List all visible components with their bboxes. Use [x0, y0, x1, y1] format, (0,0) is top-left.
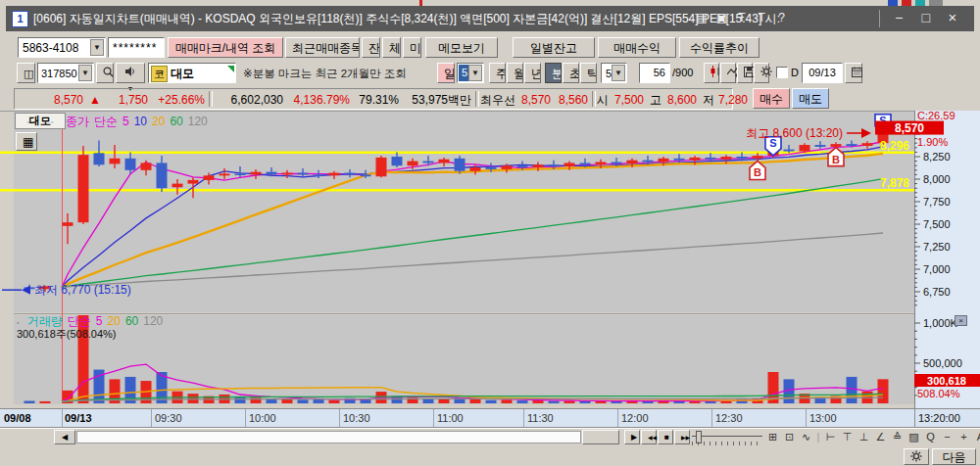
volume-bar — [564, 400, 575, 403]
day-count-select[interactable]: 5 ▼ — [457, 63, 484, 83]
trade-mark-query-button[interactable]: 매매마크/내역 조회 — [168, 37, 283, 58]
zoom-out-icon[interactable]: − — [939, 430, 956, 444]
replay-rewind-button[interactable]: ◀◀ — [641, 430, 657, 444]
font-size-icon[interactable]: A — [972, 430, 980, 444]
volume-bar — [502, 399, 513, 403]
auto-scale-icon[interactable]: ≙ — [889, 430, 906, 444]
trendline-tool-icon[interactable]: ∠ — [872, 430, 889, 444]
replay-stop-button[interactable]: ■ — [658, 430, 673, 444]
candle-body — [486, 167, 497, 169]
add-candle-button[interactable] — [704, 63, 719, 83]
window-number-icon: 1 — [12, 11, 28, 27]
search-button[interactable] — [96, 63, 114, 83]
settings-button[interactable] — [904, 448, 929, 465]
candle-body — [737, 157, 748, 159]
zoom-in-icon[interactable]: + — [956, 430, 972, 444]
scale-left-icon[interactable]: ⊢ — [822, 430, 839, 444]
trade-profit-button[interactable]: 매매수익 — [598, 37, 676, 58]
bar-count-input[interactable]: 56 — [639, 63, 670, 83]
chart-copy-icon[interactable]: ⊞ — [764, 430, 781, 444]
candle-body — [612, 163, 622, 164]
candle-body — [533, 164, 544, 167]
titlebar-divider — [879, 10, 880, 27]
close-button[interactable]: × — [941, 9, 964, 25]
period-tick-button[interactable]: 틱 — [580, 63, 597, 83]
day-count-dropdown-button[interactable]: ▼ — [468, 65, 482, 81]
zoom-icon[interactable]: Q — [922, 430, 939, 444]
minimize-button[interactable]: − — [887, 10, 910, 25]
add-line-button[interactable] — [720, 63, 736, 83]
next-button[interactable]: 다음 — [932, 448, 976, 465]
stock-code-select[interactable]: 317850 ▼ — [37, 63, 94, 83]
recent-trades-button[interactable]: 최근매매종목 — [285, 37, 360, 58]
dock-icon[interactable]: ▤ — [694, 11, 710, 24]
replay-play-button[interactable]: ▶ — [624, 430, 640, 444]
pane-tab[interactable]: ▫대모▫ — [15, 113, 66, 129]
candle-body — [470, 167, 481, 171]
d-checkbox-label: D — [791, 67, 799, 78]
period-week-button[interactable]: 주 — [489, 63, 506, 83]
candle-body — [690, 158, 701, 161]
text-tool-icon[interactable]: T — [754, 11, 770, 24]
unexecuted-button[interactable]: 미 — [403, 37, 421, 58]
titlebar[interactable]: 1 [0606] 자동일지차트(매매내역) - KOSDAQ 외국인보유[118… — [6, 6, 974, 31]
save-chart-button[interactable] — [737, 63, 753, 83]
search-icon — [103, 67, 114, 77]
password-field[interactable]: ******** — [108, 37, 165, 58]
chart-settings-button[interactable] — [754, 63, 769, 83]
date-input[interactable]: 09/13 — [802, 63, 843, 83]
d-checkbox[interactable] — [776, 67, 788, 78]
chart-scrollbar-track[interactable] — [76, 431, 581, 443]
replay-speed-slider[interactable] — [692, 430, 762, 445]
chart-overlap-icon[interactable]: ⊡ — [781, 430, 798, 444]
stock-name-field[interactable]: 코 대모 — [148, 63, 236, 83]
price-axis-tick: 7,500 — [923, 218, 951, 230]
executed-button[interactable]: 체 — [382, 37, 401, 58]
calendar-button[interactable] — [845, 63, 862, 83]
pane-tab-label: 대모 — [29, 115, 51, 126]
chart-area[interactable]: BSBS최고 8,600 (13:20)최저 6,770 (15:15)8,29… — [0, 111, 980, 466]
volume-bar — [329, 400, 340, 403]
period-minute-button[interactable]: 분 — [545, 63, 562, 83]
memo-view-button[interactable]: 메모보기 — [425, 37, 498, 58]
outstanding-button[interactable]: 잔 — [362, 37, 380, 58]
grid-settings-button[interactable]: ▦ — [16, 132, 37, 151]
candle-body — [408, 162, 418, 166]
candle-body — [502, 165, 513, 169]
minute-unit-select[interactable]: 5 ▼ — [601, 63, 627, 83]
scale-fit-bottom-icon[interactable]: ⊥ — [856, 430, 872, 444]
panel-toggle-button[interactable]: ◫ — [17, 63, 35, 83]
time-axis-label: 10:30 — [343, 412, 370, 424]
account-dropdown-button[interactable]: ▼ — [90, 39, 104, 56]
chart-image-icon[interactable]: ▨ — [906, 430, 922, 444]
minute-unit-dropdown-button[interactable]: ▼ — [612, 65, 625, 81]
maximize-button[interactable]: □ — [914, 10, 938, 25]
daily-balance-button[interactable]: 일별잔고 — [513, 37, 595, 58]
quote-panel: 8,570 ▲ 1,750 +25.66% 6,602,030 4,136.79… — [14, 88, 733, 110]
chart-scrollbar-thumb[interactable] — [582, 430, 619, 444]
period-day-button[interactable]: 일 — [437, 63, 455, 83]
period-month-button[interactable]: 월 — [507, 63, 523, 83]
sound-alert-button[interactable]: ▼ — [116, 63, 145, 83]
help-icon[interactable]: ? — [773, 11, 790, 24]
sell-button[interactable]: 매도 — [792, 88, 829, 109]
axis-overlay-top: C:26.59 — [917, 111, 956, 121]
account-select[interactable]: 5863-4108 ▼ — [18, 37, 106, 58]
divider — [592, 91, 596, 107]
stock-code-dropdown-button[interactable]: ▼ — [78, 65, 92, 81]
lock-icon[interactable]: Ŧ — [733, 11, 750, 24]
scroll-left-button[interactable]: ◀ — [54, 430, 75, 444]
period-second-button[interactable]: 초 — [563, 63, 579, 83]
cascade-icon[interactable]: ▣ — [713, 11, 730, 24]
candle-body — [204, 175, 215, 180]
pattern-search-icon[interactable]: ∿ — [798, 430, 814, 444]
yield-trend-button[interactable]: 수익률추이 — [679, 37, 760, 58]
period-year-button[interactable]: 년 — [524, 63, 541, 83]
account-toolbar: 5863-4108 ▼ ******** 매매마크/내역 조회 최근매매종목 잔… — [6, 31, 974, 59]
volume-pane-close-button[interactable]: × — [955, 315, 967, 326]
replay-forward-button[interactable]: ▶▶ — [674, 430, 690, 444]
volume-axis-tick: 500,000 — [923, 357, 962, 369]
buy-button[interactable]: 매수 — [753, 88, 790, 109]
candle-body — [831, 144, 842, 147]
scale-fit-top-icon[interactable]: ⊤ — [839, 430, 856, 444]
